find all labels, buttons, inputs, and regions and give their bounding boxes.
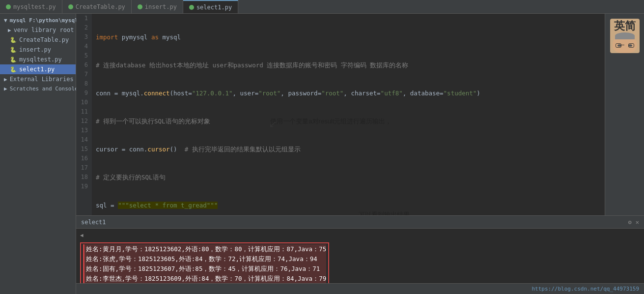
folder-icon: ▼: [4, 17, 7, 24]
editor-wrapper: 1 2 3 4 5 6 7 8 9 10 11 12 13 14 15 16 1: [76, 14, 644, 215]
settings-icon[interactable]: ⚙: [628, 219, 632, 226]
tab-icon-mysqltest: [6, 4, 11, 9]
tab-select1[interactable]: select1.py: [183, 0, 238, 13]
tab-icon-insert: [138, 4, 142, 9]
right-panel: 英简: [605, 14, 644, 215]
tab-mysqltest[interactable]: mysqltest.py: [0, 0, 62, 13]
sidebar-item-select1[interactable]: 🐍 select1.py: [0, 64, 76, 74]
code-line-3: conn = mysql.connect(host="127.0.0.1", u…: [96, 88, 605, 98]
folder-icon-scratches: ▶: [4, 86, 7, 92]
sidebar-item-createtable[interactable]: 🐍 CreateTable.py: [0, 35, 76, 45]
output-line-1: 姓名:黄月月,学号：1825123602,外语:80，数学：80，计算机应用：8…: [83, 244, 326, 254]
py-icon-createtable: 🐍: [10, 37, 17, 43]
annotation-output: 可以看到输出结果: [337, 201, 410, 215]
avatar-label: 英简: [614, 19, 636, 33]
sidebar-item-mysql-root[interactable]: ▼ mysql F:\python\mysql: [0, 16, 76, 25]
tab-createtable[interactable]: CreateTable.py: [62, 0, 132, 13]
arrow-icon: ↙: [269, 119, 277, 129]
sidebar-item-mysqltest[interactable]: 🐍 mysqltest.py: [0, 55, 76, 64]
code-line-1: import pymysql as mysql: [96, 32, 605, 42]
folder-icon-venv: ▶: [8, 27, 11, 33]
py-icon-mysqltest: 🐍: [10, 57, 17, 63]
py-icon-insert: 🐍: [10, 47, 17, 53]
tab-icon-createtable: [68, 4, 73, 9]
close-icon[interactable]: ✕: [636, 219, 639, 226]
output-line-4: 姓名:李世杰,学号：1825123609,外语:84，数学：70，计算机应用：8…: [83, 274, 326, 283]
tab-bar: mysqltest.py CreateTable.py insert.py se…: [0, 0, 644, 14]
sidebar-item-scratches[interactable]: ▶ Scratches and Consoles: [0, 84, 76, 93]
scroll-indicator: ◀: [80, 231, 84, 240]
code-line-6: # 定义要执行的SQL语句: [96, 173, 605, 182]
code-line-5: cursor = conn.cursor() # 执行完毕返回的结果集默认以元组…: [96, 145, 605, 154]
sidebar-item-venv[interactable]: ▶ venv library root: [0, 25, 76, 35]
main-area: ▼ mysql F:\python\mysql ▶ venv library r…: [0, 14, 644, 294]
bottom-panel-footer: https://blog.csdn.net/qq_44973159: [76, 283, 644, 294]
bottom-panel-header: select1 ⚙ ✕: [76, 216, 644, 229]
output-line-3: 姓名:固有,学号：1825123607,外语:85，数学：45，计算机应用：76…: [83, 264, 326, 274]
output-line-2: 姓名:张虎,学号：1825123605,外语:84，数学：72,计算机应用：74…: [83, 254, 326, 264]
editor-area: 1 2 3 4 5 6 7 8 9 10 11 12 13 14 15 16 1: [76, 14, 644, 294]
line-numbers: 1 2 3 4 5 6 7 8 9 10 11 12 13 14 15 16 1: [76, 14, 92, 215]
tab-icon-select1: [189, 5, 194, 10]
code-editor[interactable]: import pymysql as mysql # 连接database 给出h…: [92, 14, 605, 215]
bottom-panel: select1 ⚙ ✕ ◀ 姓名:黄月月,学号：1825123602,外语:80…: [76, 215, 644, 294]
sidebar-item-insert[interactable]: 🐍 insert.py: [0, 45, 76, 55]
sidebar: ▼ mysql F:\python\mysql ▶ venv library r…: [0, 14, 76, 294]
arrow-down-icon: ↓: [357, 210, 362, 215]
code-line-2: # 连接database 给出host本地的地址 user和password 连…: [96, 60, 605, 70]
code-container[interactable]: 1 2 3 4 5 6 7 8 9 10 11 12 13 14 15 16 1: [76, 14, 605, 215]
tab-insert[interactable]: insert.py: [132, 0, 183, 13]
sidebar-item-external-libs[interactable]: ▶ External Libraries: [0, 74, 76, 84]
avatar: 英简: [610, 19, 640, 53]
folder-icon-ext: ▶: [4, 76, 7, 83]
output-highlight-box: 姓名:黄月月,学号：1825123602,外语:80，数学：80，计算机应用：8…: [80, 242, 329, 283]
bottom-panel-content: ◀ 姓名:黄月月,学号：1825123602,外语:80，数学：80，计算机应用…: [76, 229, 644, 283]
py-icon-select1: 🐍: [10, 66, 17, 73]
